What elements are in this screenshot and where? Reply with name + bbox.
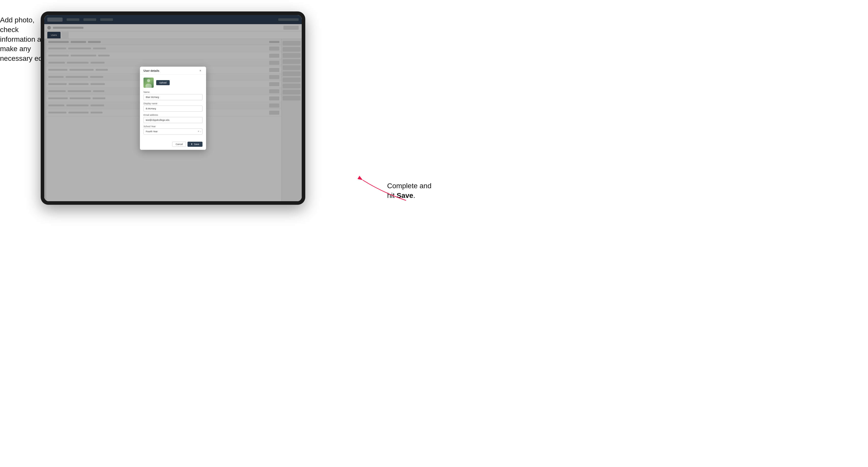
upload-button[interactable]: Upload (156, 80, 170, 85)
name-label: Name (144, 91, 203, 93)
display-name-input[interactable] (144, 105, 203, 112)
app-background: Users (44, 15, 302, 201)
select-clear-icon[interactable]: × (198, 130, 199, 133)
chevron-down-icon[interactable]: ⌄ (200, 130, 202, 132)
name-field-group: Name (144, 91, 203, 100)
annotation-right: Complete and hit Save. (387, 181, 431, 200)
avatar (144, 77, 154, 88)
modal-title: User details (144, 69, 159, 72)
modal-overlay: User details × Upload (44, 15, 302, 201)
user-details-modal: User details × Upload (140, 67, 206, 150)
select-controls: × ⌄ (198, 130, 202, 133)
tablet-device: Users (41, 11, 305, 205)
modal-body: Upload Name Display name (140, 74, 206, 139)
save-icon: ⬆ (191, 143, 193, 146)
school-year-wrapper: First Year Second Year Third Year Fourth… (144, 128, 203, 134)
email-field-group: Email address (144, 114, 203, 123)
avatar-image (144, 77, 154, 88)
display-name-label: Display name (144, 102, 203, 105)
tablet-screen: Users (44, 15, 302, 201)
close-button[interactable]: × (199, 69, 203, 72)
avatar-section: Upload (144, 77, 203, 88)
email-input[interactable] (144, 117, 203, 123)
school-year-select[interactable]: First Year Second Year Third Year Fourth… (144, 128, 203, 134)
display-name-field-group: Display name (144, 102, 203, 112)
name-input[interactable] (144, 94, 203, 100)
school-year-label: School Year (144, 125, 203, 128)
modal-footer: Cancel ⬆ Save (140, 139, 206, 150)
email-label: Email address (144, 114, 203, 116)
school-year-field-group: School Year First Year Second Year Third… (144, 125, 203, 134)
save-button[interactable]: ⬆ Save (187, 142, 203, 147)
modal-header: User details × (140, 67, 206, 74)
cancel-button[interactable]: Cancel (172, 142, 186, 147)
